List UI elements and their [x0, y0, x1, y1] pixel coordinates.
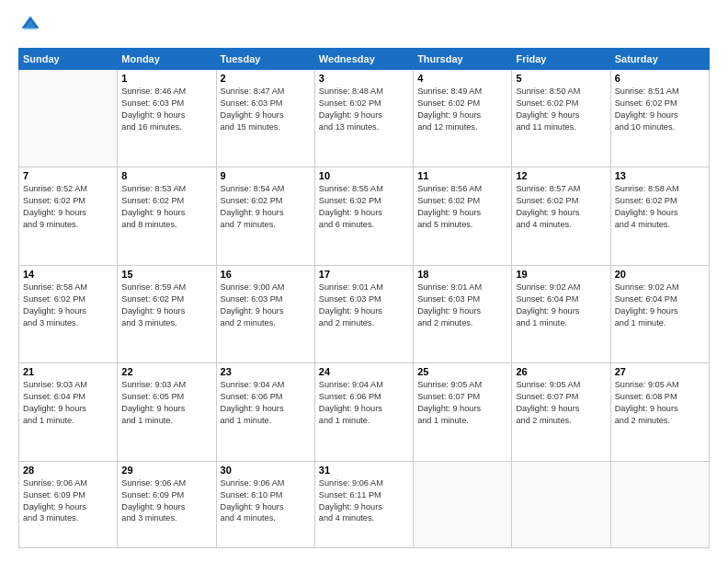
day-number: 11 [417, 170, 507, 181]
day-info: Sunrise: 9:00 AM Sunset: 6:03 PM Dayligh… [221, 282, 311, 329]
day-number: 16 [221, 269, 311, 280]
calendar-cell: 31Sunrise: 9:06 AM Sunset: 6:11 PM Dayli… [314, 461, 413, 547]
day-info: Sunrise: 8:53 AM Sunset: 6:02 PM Dayligh… [121, 183, 211, 231]
day-number: 7 [23, 170, 113, 181]
day-info: Sunrise: 8:50 AM Sunset: 6:02 PM Dayligh… [516, 86, 606, 133]
day-number: 4 [417, 73, 507, 84]
calendar: SundayMondayTuesdayWednesdayThursdayFrid… [18, 48, 710, 548]
day-info: Sunrise: 8:56 AM Sunset: 6:02 PM Dayligh… [417, 183, 507, 231]
day-info: Sunrise: 9:03 AM Sunset: 6:05 PM Dayligh… [121, 379, 211, 427]
logo-icon [20, 15, 40, 35]
calendar-cell: 28Sunrise: 9:06 AM Sunset: 6:09 PM Dayli… [19, 461, 118, 547]
calendar-week-4: 28Sunrise: 9:06 AM Sunset: 6:09 PM Dayli… [19, 461, 710, 547]
day-number: 23 [221, 366, 311, 377]
day-number: 29 [121, 465, 211, 476]
calendar-cell: 11Sunrise: 8:56 AM Sunset: 6:02 PM Dayli… [414, 167, 512, 265]
day-info: Sunrise: 8:58 AM Sunset: 6:02 PM Dayligh… [615, 183, 705, 231]
day-info: Sunrise: 9:06 AM Sunset: 6:09 PM Dayligh… [121, 477, 211, 525]
day-info: Sunrise: 8:47 AM Sunset: 6:03 PM Dayligh… [221, 86, 311, 133]
calendar-cell: 12Sunrise: 8:57 AM Sunset: 6:02 PM Dayli… [512, 167, 610, 265]
day-info: Sunrise: 9:06 AM Sunset: 6:10 PM Dayligh… [221, 477, 311, 525]
calendar-cell: 2Sunrise: 8:47 AM Sunset: 6:03 PM Daylig… [216, 70, 314, 167]
calendar-cell: 18Sunrise: 9:01 AM Sunset: 6:03 PM Dayli… [414, 265, 512, 362]
calendar-cell [610, 461, 709, 547]
day-info: Sunrise: 8:48 AM Sunset: 6:02 PM Dayligh… [319, 86, 409, 133]
day-number: 3 [319, 73, 409, 84]
day-info: Sunrise: 8:49 AM Sunset: 6:02 PM Dayligh… [417, 86, 507, 133]
calendar-cell: 21Sunrise: 9:03 AM Sunset: 6:04 PM Dayli… [19, 363, 118, 461]
day-header-saturday: Saturday [610, 49, 709, 70]
day-number: 13 [615, 170, 705, 181]
day-number: 5 [516, 73, 606, 84]
calendar-cell: 13Sunrise: 8:58 AM Sunset: 6:02 PM Dayli… [610, 167, 709, 265]
day-header-friday: Friday [512, 49, 610, 70]
day-info: Sunrise: 9:06 AM Sunset: 6:11 PM Dayligh… [319, 477, 409, 525]
day-number: 6 [615, 73, 705, 84]
calendar-cell: 26Sunrise: 9:05 AM Sunset: 6:07 PM Dayli… [512, 363, 610, 461]
day-info: Sunrise: 9:06 AM Sunset: 6:09 PM Dayligh… [23, 477, 113, 525]
day-number: 31 [319, 465, 409, 476]
day-info: Sunrise: 9:04 AM Sunset: 6:06 PM Dayligh… [221, 379, 311, 427]
calendar-cell: 30Sunrise: 9:06 AM Sunset: 6:10 PM Dayli… [216, 461, 314, 547]
day-info: Sunrise: 8:51 AM Sunset: 6:02 PM Dayligh… [615, 86, 705, 133]
day-number: 10 [319, 170, 409, 181]
calendar-cell: 6Sunrise: 8:51 AM Sunset: 6:02 PM Daylig… [610, 70, 709, 167]
calendar-cell: 9Sunrise: 8:54 AM Sunset: 6:02 PM Daylig… [216, 167, 314, 265]
day-number: 9 [221, 170, 311, 181]
day-info: Sunrise: 9:05 AM Sunset: 6:07 PM Dayligh… [417, 379, 507, 427]
calendar-cell: 27Sunrise: 9:05 AM Sunset: 6:08 PM Dayli… [610, 363, 709, 461]
day-number: 22 [121, 366, 211, 377]
day-number: 1 [121, 73, 211, 84]
calendar-week-3: 21Sunrise: 9:03 AM Sunset: 6:04 PM Dayli… [19, 363, 710, 461]
calendar-body: 1Sunrise: 8:46 AM Sunset: 6:03 PM Daylig… [19, 70, 710, 548]
calendar-header-row: SundayMondayTuesdayWednesdayThursdayFrid… [19, 49, 710, 70]
day-number: 28 [23, 465, 113, 476]
calendar-week-0: 1Sunrise: 8:46 AM Sunset: 6:03 PM Daylig… [19, 70, 710, 167]
day-info: Sunrise: 9:02 AM Sunset: 6:04 PM Dayligh… [516, 282, 606, 329]
logo [18, 15, 44, 39]
day-header-sunday: Sunday [19, 49, 118, 70]
day-info: Sunrise: 9:01 AM Sunset: 6:03 PM Dayligh… [319, 282, 409, 329]
day-header-monday: Monday [118, 49, 216, 70]
day-info: Sunrise: 8:52 AM Sunset: 6:02 PM Dayligh… [23, 183, 113, 231]
day-number: 12 [516, 170, 606, 181]
day-info: Sunrise: 9:02 AM Sunset: 6:04 PM Dayligh… [615, 282, 705, 329]
day-number: 19 [516, 269, 606, 280]
calendar-cell: 8Sunrise: 8:53 AM Sunset: 6:02 PM Daylig… [118, 167, 216, 265]
day-info: Sunrise: 9:04 AM Sunset: 6:06 PM Dayligh… [319, 379, 409, 427]
day-info: Sunrise: 8:59 AM Sunset: 6:02 PM Dayligh… [121, 282, 211, 329]
calendar-cell: 10Sunrise: 8:55 AM Sunset: 6:02 PM Dayli… [314, 167, 413, 265]
calendar-cell: 7Sunrise: 8:52 AM Sunset: 6:02 PM Daylig… [19, 167, 118, 265]
calendar-cell: 19Sunrise: 9:02 AM Sunset: 6:04 PM Dayli… [512, 265, 610, 362]
day-number: 14 [23, 269, 113, 280]
page: SundayMondayTuesdayWednesdayThursdayFrid… [0, 0, 728, 563]
day-number: 30 [221, 465, 311, 476]
day-number: 21 [23, 366, 113, 377]
calendar-cell [19, 70, 118, 167]
day-number: 8 [121, 170, 211, 181]
calendar-cell: 14Sunrise: 8:58 AM Sunset: 6:02 PM Dayli… [19, 265, 118, 362]
day-number: 25 [417, 366, 507, 377]
day-number: 20 [615, 269, 705, 280]
calendar-cell [512, 461, 610, 547]
calendar-cell: 25Sunrise: 9:05 AM Sunset: 6:07 PM Dayli… [414, 363, 512, 461]
day-info: Sunrise: 8:46 AM Sunset: 6:03 PM Dayligh… [121, 86, 211, 133]
calendar-cell: 22Sunrise: 9:03 AM Sunset: 6:05 PM Dayli… [118, 363, 216, 461]
calendar-cell: 15Sunrise: 8:59 AM Sunset: 6:02 PM Dayli… [118, 265, 216, 362]
day-header-tuesday: Tuesday [216, 49, 314, 70]
day-number: 2 [221, 73, 311, 84]
day-info: Sunrise: 9:01 AM Sunset: 6:03 PM Dayligh… [417, 282, 507, 329]
day-info: Sunrise: 8:57 AM Sunset: 6:02 PM Dayligh… [516, 183, 606, 231]
day-header-thursday: Thursday [414, 49, 512, 70]
header [18, 15, 710, 39]
calendar-week-1: 7Sunrise: 8:52 AM Sunset: 6:02 PM Daylig… [19, 167, 710, 265]
day-info: Sunrise: 9:05 AM Sunset: 6:07 PM Dayligh… [516, 379, 606, 427]
calendar-week-2: 14Sunrise: 8:58 AM Sunset: 6:02 PM Dayli… [19, 265, 710, 362]
calendar-cell: 16Sunrise: 9:00 AM Sunset: 6:03 PM Dayli… [216, 265, 314, 362]
day-info: Sunrise: 9:03 AM Sunset: 6:04 PM Dayligh… [23, 379, 113, 427]
calendar-cell: 4Sunrise: 8:49 AM Sunset: 6:02 PM Daylig… [414, 70, 512, 167]
day-number: 24 [319, 366, 409, 377]
calendar-cell: 1Sunrise: 8:46 AM Sunset: 6:03 PM Daylig… [118, 70, 216, 167]
calendar-cell: 23Sunrise: 9:04 AM Sunset: 6:06 PM Dayli… [216, 363, 314, 461]
calendar-cell: 5Sunrise: 8:50 AM Sunset: 6:02 PM Daylig… [512, 70, 610, 167]
